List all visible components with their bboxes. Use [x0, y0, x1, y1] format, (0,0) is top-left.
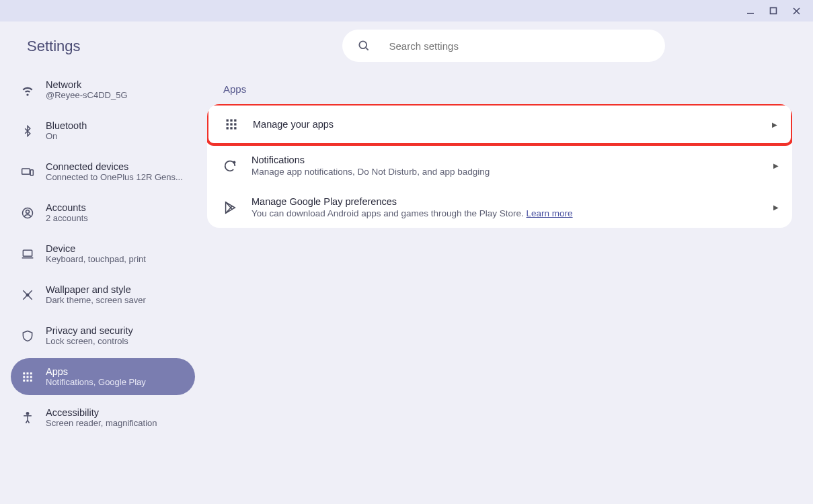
- sidebar: Settings Network @Reyee-sC4DD_5G Bluetoo…: [0, 22, 206, 504]
- svg-rect-25: [234, 120, 236, 122]
- sidebar-item-privacy[interactable]: Privacy and security Lock screen, contro…: [11, 317, 195, 354]
- svg-rect-23: [227, 120, 229, 122]
- sidebar-item-device[interactable]: Device Keyboard, touchpad, print: [11, 235, 195, 272]
- sidebar-sub: Keyboard, touchpad, print: [46, 254, 146, 264]
- row-google-play[interactable]: Manage Google Play preferences You can d…: [207, 186, 792, 228]
- svg-rect-26: [227, 123, 229, 125]
- row-title: Manage your apps: [253, 119, 772, 130]
- minimize-button[interactable]: [739, 1, 762, 20]
- wallpaper-icon: [20, 288, 35, 302]
- chevron-right-icon: ▶: [772, 121, 777, 128]
- svg-rect-12: [27, 372, 29, 374]
- svg-point-10: [26, 294, 28, 296]
- apps-icon: [20, 370, 35, 384]
- window-titlebar: [0, 0, 813, 22]
- svg-point-21: [359, 41, 366, 48]
- sidebar-item-apps[interactable]: Apps Notifications, Google Play: [11, 358, 195, 395]
- chevron-right-icon: ▶: [773, 204, 779, 211]
- sidebar-sub: Dark theme, screen saver: [46, 295, 146, 305]
- svg-rect-27: [230, 123, 232, 125]
- row-title: Manage Google Play preferences: [251, 196, 773, 207]
- sidebar-label: Device: [46, 243, 146, 254]
- devices-icon: [20, 165, 35, 179]
- sidebar-label: Apps: [46, 366, 146, 377]
- sidebar-label: Accounts: [46, 202, 88, 213]
- sidebar-sub: Connected to OnePlus 12R Gens...: [46, 172, 183, 182]
- play-store-icon: [221, 198, 239, 217]
- svg-rect-29: [227, 127, 229, 129]
- svg-rect-1: [771, 8, 777, 14]
- sidebar-item-accessibility[interactable]: Accessibility Screen reader, magnificati…: [11, 399, 195, 436]
- search-icon: [357, 39, 371, 52]
- svg-line-22: [365, 48, 368, 50]
- svg-rect-30: [230, 127, 232, 129]
- svg-rect-19: [30, 379, 32, 381]
- search-input[interactable]: [389, 40, 650, 52]
- sidebar-label: Wallpaper and style: [46, 284, 146, 295]
- sidebar-item-bluetooth[interactable]: Bluetooth On: [11, 112, 195, 149]
- row-subtitle: You can download Android apps and games …: [251, 208, 773, 218]
- svg-point-7: [26, 210, 30, 213]
- svg-rect-31: [234, 127, 236, 129]
- apps-grid-icon: [222, 115, 241, 134]
- accessibility-icon: [20, 411, 35, 425]
- main-panel: Apps Manage your apps ▶ No: [206, 22, 813, 504]
- section-title: Apps: [207, 81, 792, 104]
- sidebar-label: Bluetooth: [46, 120, 87, 131]
- row-manage-apps[interactable]: Manage your apps ▶: [207, 104, 792, 146]
- svg-rect-5: [30, 169, 33, 175]
- chevron-right-icon: ▶: [773, 162, 779, 169]
- shield-icon: [20, 329, 35, 343]
- sidebar-sub: @Reyee-sC4DD_5G: [46, 90, 128, 100]
- sidebar-label: Connected devices: [46, 161, 183, 172]
- svg-rect-18: [27, 379, 29, 381]
- svg-rect-13: [30, 372, 32, 374]
- svg-rect-15: [27, 376, 29, 378]
- svg-rect-14: [23, 376, 25, 378]
- sidebar-sub: Notifications, Google Play: [46, 377, 146, 387]
- account-icon: [20, 206, 35, 220]
- sidebar-sub: Lock screen, controls: [46, 336, 133, 346]
- sidebar-item-accounts[interactable]: Accounts 2 accounts: [11, 194, 195, 231]
- svg-rect-16: [30, 376, 32, 378]
- row-notifications[interactable]: Notifications Manage app notifications, …: [207, 144, 792, 186]
- sidebar-item-wallpaper[interactable]: Wallpaper and style Dark theme, screen s…: [11, 276, 195, 313]
- svg-rect-4: [22, 169, 30, 174]
- svg-point-32: [233, 161, 235, 163]
- svg-point-20: [26, 412, 28, 414]
- svg-rect-28: [234, 123, 236, 125]
- maximize-button[interactable]: [762, 1, 785, 20]
- sidebar-item-network[interactable]: Network @Reyee-sC4DD_5G: [11, 71, 195, 108]
- svg-rect-24: [230, 120, 232, 122]
- refresh-icon: [221, 157, 239, 175]
- sidebar-sub: 2 accounts: [46, 213, 88, 223]
- svg-rect-11: [23, 372, 25, 374]
- row-title: Notifications: [251, 155, 773, 165]
- search-bar[interactable]: [342, 30, 665, 62]
- laptop-icon: [20, 247, 35, 261]
- wifi-icon: [20, 83, 35, 97]
- app-title: Settings: [11, 30, 195, 71]
- svg-rect-17: [23, 379, 25, 381]
- row-subtitle: Manage app notifications, Do Not Disturb…: [251, 167, 773, 177]
- sidebar-sub: Screen reader, magnification: [46, 418, 157, 428]
- learn-more-link[interactable]: Learn more: [527, 208, 573, 218]
- sidebar-label: Network: [46, 79, 128, 90]
- sidebar-label: Accessibility: [46, 407, 157, 418]
- sidebar-sub: On: [46, 131, 87, 141]
- sidebar-item-connected-devices[interactable]: Connected devices Connected to OnePlus 1…: [11, 153, 195, 190]
- sidebar-label: Privacy and security: [46, 325, 133, 336]
- close-button[interactable]: [785, 1, 808, 20]
- bluetooth-icon: [20, 124, 35, 138]
- apps-card: Manage your apps ▶ Notifications Manage …: [207, 104, 792, 228]
- svg-rect-8: [23, 250, 32, 256]
